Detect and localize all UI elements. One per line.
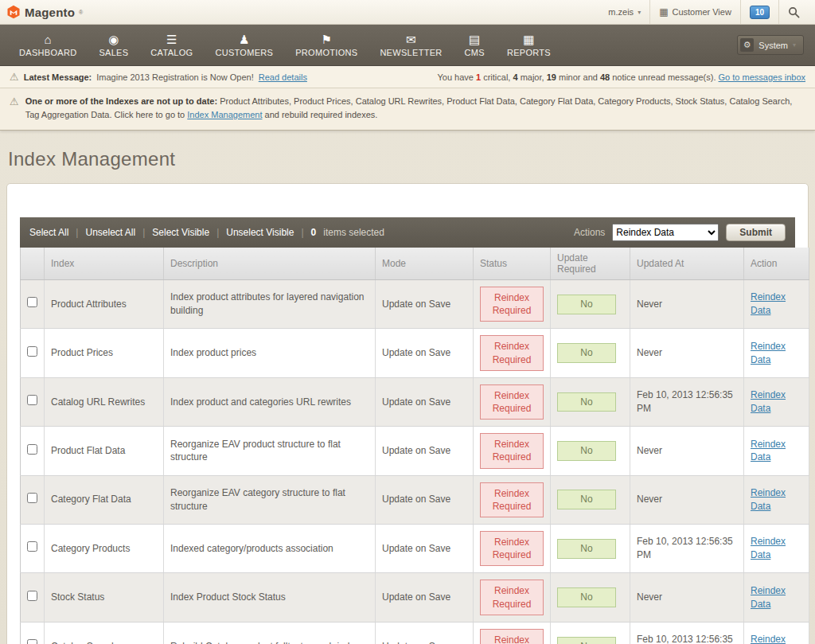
- nav-item-promotions[interactable]: ⚑ PROMOTIONS: [284, 25, 369, 65]
- search-button[interactable]: [778, 0, 809, 24]
- nav-item-dashboard[interactable]: ⌂ DASHBOARD: [8, 25, 88, 65]
- nav-item-icon: ⌂: [45, 33, 52, 45]
- cell-status: Reindex Required: [474, 280, 551, 329]
- customer-view-button[interactable]: ▦ Customer View: [649, 0, 740, 24]
- warning-icon: ⚠: [10, 96, 19, 122]
- cell-status: Reindex Required: [474, 377, 551, 426]
- grid-header-row: IndexDescriptionModeStatusUpdate Require…: [21, 248, 809, 280]
- messages-inbox-link[interactable]: Go to messages inbox: [719, 72, 805, 82]
- notifications-button[interactable]: 10: [740, 0, 778, 24]
- cell-index-name: Catalog URL Rewrites: [45, 377, 164, 426]
- cell-update-required: No: [551, 524, 630, 572]
- reindex-data-link[interactable]: Reindex Data: [751, 634, 786, 644]
- row-checkbox-cell: [21, 573, 45, 622]
- cell-index-name: Catalog Search: [45, 622, 164, 644]
- index-management-link[interactable]: Index Management: [187, 110, 262, 119]
- summary-text: notice unread message(s).: [610, 72, 718, 82]
- row-checkbox-cell: [21, 475, 45, 524]
- row-checkbox-cell: [21, 524, 45, 572]
- nav-item-newsletter[interactable]: ✉ NEWSLETTER: [369, 25, 453, 65]
- cell-action: Reindex Data: [744, 475, 809, 524]
- cell-update-required: No: [551, 329, 630, 377]
- table-row: Catalog Search Rebuild Catalog product f…: [21, 622, 809, 644]
- system-menu-button[interactable]: ⚙ System ▾: [737, 35, 804, 55]
- separator: |: [301, 227, 303, 238]
- actions-select[interactable]: Reindex Data: [612, 224, 719, 241]
- status-badge: Reindex Required: [480, 384, 544, 420]
- nav-item-icon: ✉: [406, 33, 416, 45]
- cell-action: Reindex Data: [744, 427, 809, 475]
- cell-update-required: No: [551, 475, 630, 524]
- read-details-link[interactable]: Read details: [259, 72, 307, 82]
- message-summary: You have 1 critical, 4 major, 19 minor a…: [437, 72, 805, 82]
- cell-index-name: Stock Status: [45, 573, 164, 622]
- row-checkbox[interactable]: [27, 639, 37, 644]
- main-nav: ⌂ DASHBOARD ◉ SALES ☰ CATALOG ♟ CUSTOMER…: [0, 25, 815, 66]
- customer-view-label: Customer View: [672, 7, 731, 17]
- latest-message-bar: ⚠ Latest Message: Imagine 2013 Registrat…: [0, 66, 815, 88]
- row-checkbox[interactable]: [27, 591, 37, 601]
- summary-text: major,: [518, 72, 547, 82]
- column-header-updated-at: Updated At: [630, 248, 744, 280]
- update-required-badge: No: [557, 539, 616, 559]
- row-checkbox[interactable]: [27, 395, 37, 405]
- cell-description: Indexed category/products association: [164, 524, 376, 572]
- grid-toolbar-left: Select All | Unselect All | Select Visib…: [29, 227, 384, 238]
- cell-index-name: Product Attributes: [45, 280, 164, 329]
- row-checkbox[interactable]: [27, 346, 37, 357]
- cell-action: Reindex Data: [744, 329, 809, 377]
- chevron-down-icon: ▾: [793, 41, 796, 49]
- grid-toolbar-right: Actions Reindex Data Submit: [574, 224, 786, 241]
- cell-updated-at: Never: [630, 573, 744, 622]
- reindex-data-link[interactable]: Reindex Data: [751, 536, 786, 560]
- user-menu[interactable]: m.zeis ▾: [599, 0, 649, 24]
- cell-mode: Update on Save: [376, 573, 474, 622]
- row-checkbox[interactable]: [27, 493, 37, 503]
- status-badge: Reindex Required: [480, 629, 544, 644]
- nav-item-sales[interactable]: ◉ SALES: [88, 25, 139, 65]
- row-checkbox-cell: [21, 377, 45, 426]
- nav-item-reports[interactable]: ▦ REPORTS: [496, 25, 562, 65]
- selected-count: 0: [311, 227, 317, 238]
- nav-item-customers[interactable]: ♟ CUSTOMERS: [204, 25, 284, 65]
- cell-update-required: No: [551, 377, 630, 426]
- row-checkbox[interactable]: [27, 297, 37, 307]
- cell-description: Rebuild Catalog product fulltext search …: [164, 622, 376, 644]
- column-header-checkbox: [21, 248, 45, 280]
- cell-action: Reindex Data: [744, 573, 809, 622]
- grid-body: Product Attributes Index product attribu…: [21, 280, 809, 644]
- table-row: Category Flat Data Reorganize EAV catego…: [21, 475, 809, 524]
- nav-item-catalog[interactable]: ☰ CATALOG: [139, 25, 204, 65]
- cell-mode: Update on Save: [376, 280, 474, 329]
- cell-action: Reindex Data: [744, 524, 809, 572]
- cell-mode: Update on Save: [376, 329, 474, 377]
- update-required-badge: No: [557, 441, 616, 461]
- cell-mode: Update on Save: [376, 427, 474, 475]
- reindex-data-link[interactable]: Reindex Data: [751, 439, 786, 463]
- unselect-visible-link[interactable]: Unselect Visible: [226, 227, 294, 238]
- nav-item-cms[interactable]: ▤ CMS: [454, 25, 496, 65]
- system-label: System: [758, 41, 788, 50]
- reindex-data-link[interactable]: Reindex Data: [751, 341, 786, 365]
- magento-logo[interactable]: Magento®: [6, 5, 83, 19]
- unselect-all-link[interactable]: Unselect All: [85, 227, 135, 238]
- cell-mode: Update on Save: [376, 524, 474, 572]
- submit-button[interactable]: Submit: [726, 224, 786, 241]
- cell-update-required: No: [551, 427, 630, 475]
- table-row: Product Prices Index product prices Upda…: [21, 329, 809, 377]
- cell-action: Reindex Data: [744, 377, 809, 426]
- cell-updated-at: Never: [630, 427, 744, 475]
- column-header-update-required: Update Required: [551, 248, 630, 280]
- column-header-action: Action: [744, 248, 809, 280]
- reindex-data-link[interactable]: Reindex Data: [751, 291, 786, 316]
- select-visible-link[interactable]: Select Visible: [152, 227, 209, 238]
- reindex-data-link[interactable]: Reindex Data: [751, 487, 786, 512]
- select-all-link[interactable]: Select All: [29, 227, 68, 238]
- table-row: Product Flat Data Reorganize EAV product…: [21, 427, 809, 475]
- reindex-data-link[interactable]: Reindex Data: [751, 389, 786, 414]
- reindex-data-link[interactable]: Reindex Data: [751, 585, 786, 610]
- cell-description: Reorganize EAV product structure to flat…: [164, 427, 376, 475]
- row-checkbox[interactable]: [27, 444, 37, 455]
- cell-status: Reindex Required: [474, 524, 551, 572]
- row-checkbox[interactable]: [27, 541, 37, 552]
